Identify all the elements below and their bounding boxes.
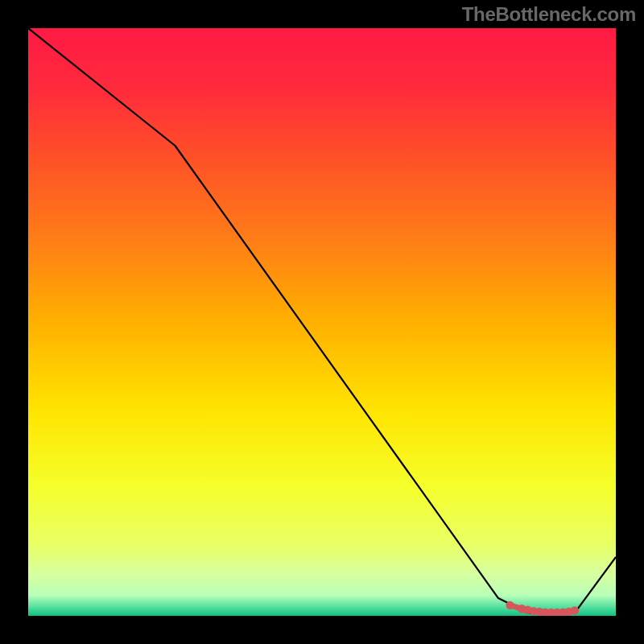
marker-dot — [571, 606, 579, 614]
bottleneck-chart — [28, 28, 616, 616]
chart-background — [28, 28, 616, 616]
marker-dot — [506, 601, 514, 609]
chart-frame: TheBottleneck.com — [0, 0, 644, 644]
attribution-watermark: TheBottleneck.com — [462, 3, 636, 26]
